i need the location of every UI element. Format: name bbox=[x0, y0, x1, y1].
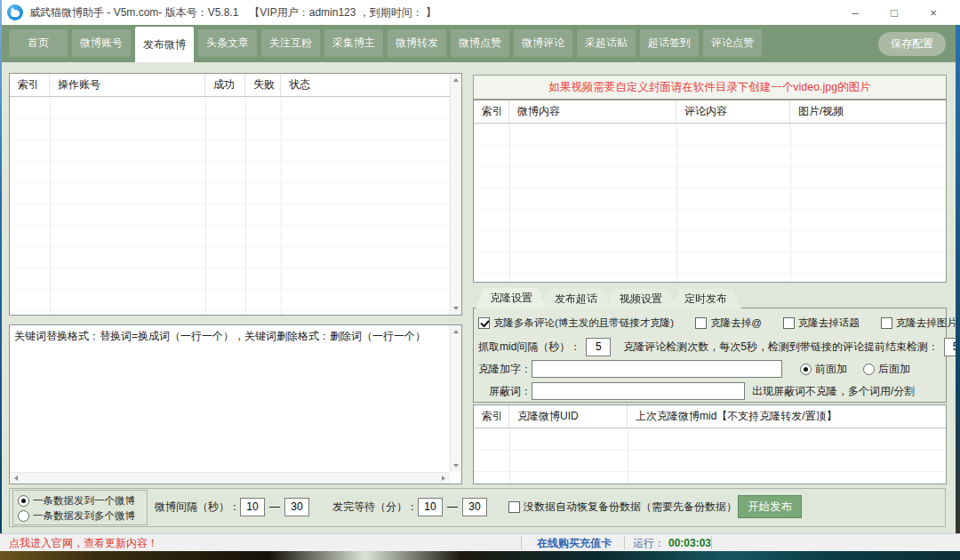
status-divider bbox=[711, 536, 712, 549]
grid-line bbox=[676, 124, 677, 282]
buy-card-link[interactable]: 在线购买充值卡 bbox=[537, 534, 612, 552]
tab-weibo-like[interactable]: 微博点赞 bbox=[451, 29, 509, 57]
dash-separator: — bbox=[447, 500, 458, 513]
scroll-up-icon[interactable] bbox=[453, 330, 459, 333]
mid-interval-row: 抓取mid间隔（秒）： 克隆评论检测次数，每次5秒，检测到带链接的评论提前结束检… bbox=[478, 336, 960, 357]
scroll-up-icon[interactable] bbox=[453, 78, 459, 82]
suffix-radio-option[interactable]: 后面加 bbox=[863, 362, 910, 377]
desktop-edge bbox=[956, 25, 960, 551]
clone-options-row: 克隆多条评论(博主发的且带链接才克隆) 克隆去掉@ 克隆去掉话题 克隆去掉图片 bbox=[478, 316, 957, 330]
maximize-button[interactable]: □ bbox=[875, 0, 914, 25]
wait-label: 发完等待（分）： bbox=[332, 500, 418, 515]
checkbox-icon[interactable] bbox=[508, 501, 520, 513]
checkbox-icon[interactable] bbox=[695, 317, 707, 329]
dash-separator: — bbox=[269, 500, 280, 513]
suffix-radio-label: 后面加 bbox=[878, 362, 910, 377]
clone-prefix-input[interactable] bbox=[532, 360, 782, 378]
checkbox-icon[interactable] bbox=[783, 317, 795, 329]
run-timer: 运行： 00:03:03 bbox=[633, 534, 711, 552]
clone-multi-comment-option[interactable]: 克隆多条评论(博主发的且带链接才克隆) bbox=[478, 316, 674, 330]
block-words-row: 屏蔽词： 出现屏蔽词不克隆，多个词用/分割 bbox=[478, 380, 915, 402]
send-mode-group: 一条数据发到一个微博 一条数据发到多个微博 bbox=[12, 490, 148, 525]
official-site-link[interactable]: 点我进入官网，查看更新内容！ bbox=[9, 534, 158, 552]
remove-image-label: 克隆去掉图片 bbox=[896, 316, 957, 330]
tab-weibo-comment[interactable]: 微博评论 bbox=[514, 29, 572, 57]
clone-table-body bbox=[474, 429, 946, 484]
tab-comment-like[interactable]: 评论点赞 bbox=[703, 29, 762, 57]
wait-max-input[interactable] bbox=[462, 498, 487, 516]
clone-table: 索引 克隆微博UID 上次克隆微博mid【不支持克隆转发/置顶】 bbox=[473, 404, 947, 484]
send-multi-label: 一条数据发到多个微博 bbox=[33, 509, 135, 523]
scroll-left-icon[interactable] bbox=[14, 476, 18, 481]
tab-publish-supertopic[interactable]: 发布超话 bbox=[540, 289, 612, 308]
status-divider bbox=[521, 536, 522, 549]
clone-prefix-row: 克隆加字： 前面加 后面加 bbox=[478, 358, 910, 380]
minimize-button[interactable]: – bbox=[836, 0, 875, 25]
checkbox-icon[interactable] bbox=[881, 317, 892, 329]
radio-selected-icon[interactable] bbox=[18, 495, 29, 507]
tab-video-settings[interactable]: 视频设置 bbox=[605, 289, 676, 308]
col-header-index[interactable]: 索引 bbox=[474, 100, 509, 123]
radio-icon[interactable] bbox=[863, 364, 875, 375]
scroll-down-icon[interactable] bbox=[453, 307, 459, 310]
interval-max-input[interactable] bbox=[284, 498, 309, 516]
radio-selected-icon[interactable] bbox=[800, 364, 812, 375]
weibo-interval-label: 微博间隔（秒）： bbox=[155, 500, 240, 515]
send-one-option[interactable]: 一条数据发到一个微博 bbox=[18, 493, 147, 508]
grid-line bbox=[281, 98, 282, 315]
vertical-scrollbar[interactable] bbox=[450, 325, 461, 472]
close-button[interactable]: × bbox=[914, 0, 953, 25]
mid-interval-input[interactable] bbox=[586, 338, 611, 356]
remove-topic-option[interactable]: 克隆去掉话题 bbox=[783, 316, 860, 330]
restore-backup-option[interactable]: 没数据自动恢复备份数据（需要先备份数据） bbox=[508, 500, 737, 515]
tab-supertopic-checkin[interactable]: 超话签到 bbox=[640, 29, 699, 57]
start-publish-button[interactable]: 开始发布 bbox=[738, 495, 802, 518]
radio-icon[interactable] bbox=[18, 510, 29, 522]
tab-toutiao-article[interactable]: 头条文章 bbox=[198, 29, 257, 57]
scroll-down-icon[interactable] bbox=[453, 464, 459, 468]
wait-min-input[interactable] bbox=[418, 498, 443, 516]
col-header-account[interactable]: 操作账号 bbox=[50, 74, 205, 96]
tab-collect-blogger[interactable]: 采集博主 bbox=[324, 29, 383, 57]
col-header-media[interactable]: 图片/视频 bbox=[790, 100, 946, 123]
tab-publish-weibo[interactable]: 发布微博 bbox=[135, 27, 194, 62]
mid-interval-label: 抓取mid间隔（秒）： bbox=[478, 340, 580, 355]
col-header-weibo-content[interactable]: 微博内容 bbox=[509, 100, 676, 123]
tab-home[interactable]: 首页 bbox=[9, 29, 68, 57]
horizontal-scrollbar[interactable] bbox=[10, 472, 450, 484]
interval-min-input[interactable] bbox=[240, 498, 265, 516]
remove-image-option[interactable]: 克隆去掉图片 bbox=[881, 316, 957, 330]
col-header-index[interactable]: 索引 bbox=[474, 405, 509, 428]
content-table-header: 索引 微博内容 评论内容 图片/视频 bbox=[474, 100, 946, 124]
col-header-comment[interactable]: 评论内容 bbox=[676, 100, 790, 123]
scroll-right-icon[interactable] bbox=[442, 476, 445, 481]
desktop-strip bbox=[0, 551, 960, 560]
keywords-textarea[interactable]: 关键词替换格式：替换词=换成词（一行一个），关键词删除格式：删除词（一行一个） bbox=[9, 324, 462, 484]
run-label: 运行： bbox=[633, 536, 665, 551]
remove-topic-label: 克隆去掉话题 bbox=[798, 316, 860, 330]
tab-scheduled-publish[interactable]: 定时发布 bbox=[670, 289, 741, 308]
tab-follow-fans[interactable]: 关注互粉 bbox=[261, 29, 320, 57]
checkbox-checked-icon[interactable] bbox=[478, 317, 490, 329]
col-header-last-mid[interactable]: 上次克隆微博mid【不支持克隆转发/置顶】 bbox=[628, 405, 946, 428]
prefix-radio-option[interactable]: 前面加 bbox=[800, 362, 847, 377]
tab-supertopic-collect[interactable]: 采超话贴 bbox=[577, 29, 636, 57]
tab-weibo-repost[interactable]: 微博转发 bbox=[388, 29, 446, 57]
send-multi-option[interactable]: 一条数据发到多个微博 bbox=[18, 508, 147, 524]
block-words-input[interactable] bbox=[532, 382, 745, 400]
tab-weibo-account[interactable]: 微博账号 bbox=[72, 29, 131, 57]
remove-at-option[interactable]: 克隆去掉@ bbox=[695, 316, 762, 330]
vertical-scrollbar[interactable] bbox=[450, 74, 461, 315]
grid-line bbox=[245, 98, 246, 315]
col-header-success[interactable]: 成功 bbox=[205, 74, 245, 96]
content-table: 索引 微博内容 评论内容 图片/视频 bbox=[473, 100, 947, 283]
col-header-index[interactable]: 索引 bbox=[10, 74, 50, 96]
col-header-uid[interactable]: 克隆微博UID bbox=[509, 405, 628, 428]
accounts-table-header: 索引 操作账号 成功 失败 状态 bbox=[10, 74, 461, 97]
col-header-status[interactable]: 状态 bbox=[281, 74, 461, 96]
clone-multi-comment-label: 克隆多条评论(博主发的且带链接才克隆) bbox=[493, 316, 674, 330]
save-config-button[interactable]: 保存配置 bbox=[878, 32, 946, 56]
video-cover-notice: 如果视频需要自定义封面请在软件目录下创建一个video.jpg的图片 bbox=[473, 75, 947, 100]
tab-clone-settings[interactable]: 克隆设置 bbox=[476, 288, 547, 308]
col-header-fail[interactable]: 失败 bbox=[245, 74, 281, 96]
